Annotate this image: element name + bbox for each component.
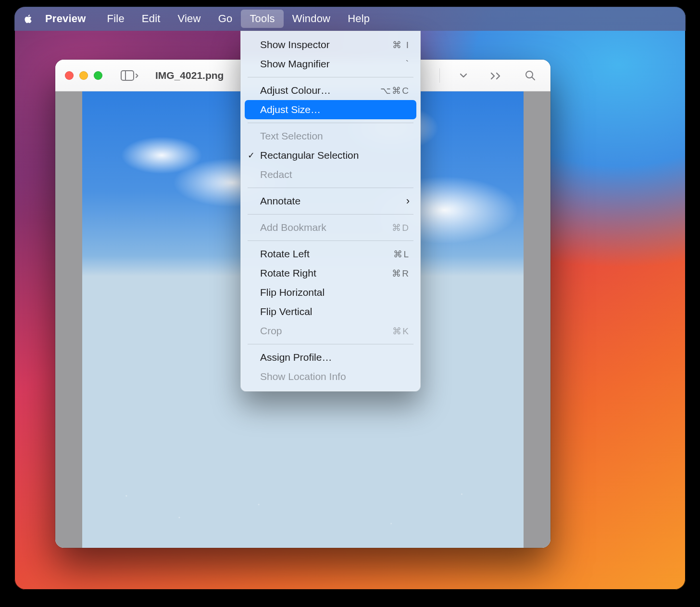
menu-item-shortcut: ⌘K <box>392 326 410 337</box>
menu-item-label: Rotate Left <box>260 248 393 260</box>
toolbar-chevron-down-icon[interactable] <box>454 66 473 85</box>
menu-item-label: Show Inspector <box>260 39 392 51</box>
menu-item-assign-profile[interactable]: Assign Profile… <box>241 348 420 367</box>
menu-item-label: Annotate <box>260 195 401 207</box>
menu-item-label: Adjust Size… <box>260 104 410 115</box>
menu-item-shortcut: ⌘L <box>393 249 410 260</box>
submenu-chevron-icon: › <box>406 195 410 207</box>
menu-separator <box>248 123 413 123</box>
menu-separator <box>248 344 413 344</box>
minimize-button[interactable] <box>79 71 88 80</box>
menu-item-shortcut: ⌘R <box>392 268 410 279</box>
menu-item-label: Rotate Right <box>260 267 392 279</box>
menu-item-label: Show Magnifier <box>260 58 406 70</box>
menu-item-shortcut: ` <box>406 59 410 69</box>
menubar-app-name[interactable]: Preview <box>45 13 86 25</box>
menu-item-flip-vertical[interactable]: Flip Vertical <box>241 302 420 321</box>
menu-item-label: Add Bookmark <box>260 222 392 233</box>
menu-item-label: Redact <box>260 169 410 180</box>
menu-separator <box>248 188 413 188</box>
menu-item-shortcut: ⌥⌘C <box>380 85 410 96</box>
menu-item-label: Text Selection <box>260 130 410 142</box>
zoom-button[interactable] <box>94 71 102 80</box>
menubar-item-view[interactable]: View <box>169 10 210 28</box>
menu-item-redact: Redact <box>241 165 420 184</box>
menu-separator <box>248 77 413 77</box>
menu-item-show-inspector[interactable]: Show Inspector ⌘ I <box>241 35 420 54</box>
svg-line-4 <box>532 77 535 80</box>
menu-separator <box>248 214 413 215</box>
menu-item-adjust-colour[interactable]: Adjust Colour… ⌥⌘C <box>241 81 420 100</box>
menu-item-label: Assign Profile… <box>260 352 410 363</box>
menu-item-crop: Crop ⌘K <box>241 321 420 341</box>
desktop-wallpaper: Preview File Edit View Go Tools Window H… <box>14 7 686 590</box>
menubar-item-window[interactable]: Window <box>284 10 339 28</box>
menu-item-label: Adjust Colour… <box>260 85 380 96</box>
menubar-item-edit[interactable]: Edit <box>133 10 169 28</box>
window-traffic-lights <box>65 71 102 80</box>
toolbar-divider <box>439 68 440 83</box>
menu-item-rotate-left[interactable]: Rotate Left ⌘L <box>241 244 420 264</box>
menu-item-add-bookmark: Add Bookmark ⌘D <box>241 218 420 237</box>
menu-item-rectangular-selection[interactable]: ✓ Rectangular Selection <box>241 146 420 165</box>
menu-item-annotate[interactable]: Annotate › <box>241 191 420 211</box>
checkmark-icon: ✓ <box>248 150 255 161</box>
tools-dropdown-menu: Show Inspector ⌘ I Show Magnifier ` Adju… <box>240 31 421 392</box>
menu-item-label: Rectangular Selection <box>260 150 410 161</box>
menu-item-shortcut: ⌘D <box>392 222 410 233</box>
menu-item-rotate-right[interactable]: Rotate Right ⌘R <box>241 264 420 283</box>
menu-item-label: Flip Vertical <box>260 306 410 317</box>
menu-item-show-location-info: Show Location Info <box>241 367 420 386</box>
menubar-item-tools[interactable]: Tools <box>241 10 283 28</box>
menubar-item-help[interactable]: Help <box>339 10 378 28</box>
toolbar-overflow-button[interactable] <box>485 66 507 85</box>
macos-menubar: Preview File Edit View Go Tools Window H… <box>14 7 686 31</box>
close-button[interactable] <box>65 71 74 80</box>
menu-separator <box>248 240 413 241</box>
menu-item-adjust-size[interactable]: Adjust Size… <box>245 100 416 119</box>
window-title: IMG_4021.png <box>155 70 224 81</box>
svg-rect-0 <box>121 71 134 80</box>
menu-item-show-magnifier[interactable]: Show Magnifier ` <box>241 54 420 74</box>
menu-item-shortcut: ⌘ I <box>392 39 410 51</box>
menu-item-label: Show Location Info <box>260 371 410 382</box>
search-button[interactable] <box>520 66 541 85</box>
menu-item-label: Flip Horizontal <box>260 287 410 298</box>
menu-item-text-selection: Text Selection <box>241 126 420 146</box>
sidebar-toggle-button[interactable] <box>116 66 144 85</box>
menu-item-label: Crop <box>260 325 392 337</box>
menu-item-flip-horizontal[interactable]: Flip Horizontal <box>241 283 420 302</box>
menubar-item-file[interactable]: File <box>99 10 133 28</box>
menubar-item-go[interactable]: Go <box>210 10 241 28</box>
apple-menu-icon[interactable] <box>23 13 34 24</box>
